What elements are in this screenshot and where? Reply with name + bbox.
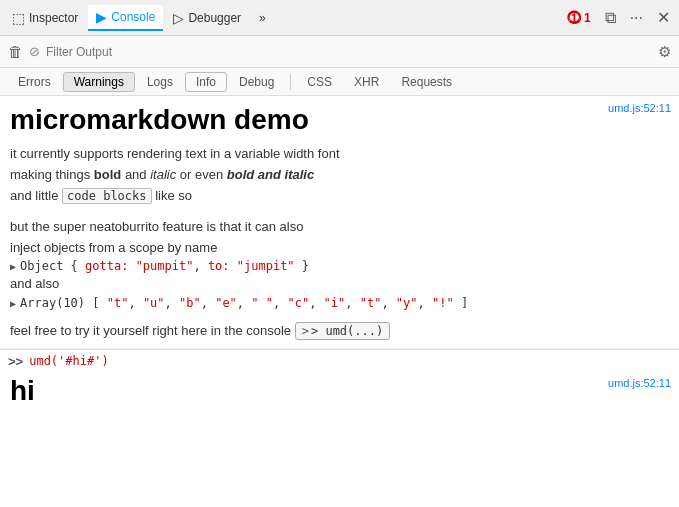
line2-mid2: or even xyxy=(176,167,227,182)
tab-requests[interactable]: Requests xyxy=(391,73,462,91)
line2-prefix: making things xyxy=(10,167,94,182)
inspector-label: Inspector xyxy=(29,11,78,25)
more-tools-button[interactable]: » xyxy=(251,7,274,29)
try-btn-label: > umd(...) xyxy=(311,324,383,338)
btn-arrow-icon: > xyxy=(302,324,309,338)
array-row[interactable]: ▶ Array(10) [ "t", "u", "b", "e", " ", "… xyxy=(10,295,669,311)
line2-italic: italic xyxy=(150,167,176,182)
tab-logs[interactable]: Logs xyxy=(137,73,183,91)
array-label: Array(10) [ "t", "u", "b", "e", " ", "c"… xyxy=(20,296,468,310)
copy-button[interactable]: ⧉ xyxy=(600,6,621,30)
array-arrow-icon: ▶ xyxy=(10,298,16,309)
log-tabs: Errors Warnings Logs Info Debug CSS XHR … xyxy=(0,68,679,96)
console-label: Console xyxy=(111,10,155,24)
debugger-icon: ▷ xyxy=(173,10,184,26)
close-button[interactable]: ✕ xyxy=(652,5,675,30)
line3-prefix: and little xyxy=(10,188,62,203)
line3-code: code blocks xyxy=(62,188,151,204)
settings-icon[interactable]: ⚙ xyxy=(658,43,671,61)
cmd-text: umd('#hi#') xyxy=(29,354,108,368)
cmd-prompt-icon: >> xyxy=(8,354,23,369)
demo-entry: umd.js:52:11 micromarkdown demo it curre… xyxy=(0,96,679,349)
try-text: feel free to try it yourself right here … xyxy=(10,323,291,338)
object-row[interactable]: ▶ Object { gotta: "pumpit", to: "jumpit"… xyxy=(10,258,669,274)
line4: but the super neatoburrito feature is th… xyxy=(10,217,669,238)
tab-warnings[interactable]: Warnings xyxy=(63,72,135,92)
output-row: hi xyxy=(0,373,679,413)
console-icon: ▶ xyxy=(96,9,107,25)
filter-input[interactable] xyxy=(46,45,652,59)
tab-info[interactable]: Info xyxy=(185,72,227,92)
try-button[interactable]: > > umd(...) xyxy=(295,322,390,340)
error-badge: ⓵ 1 xyxy=(562,8,596,28)
error-count: 1 xyxy=(584,11,591,25)
line2-bold: bold xyxy=(94,167,121,182)
line1: it currently supports rendering text in … xyxy=(10,144,669,165)
try-line: feel free to try it yourself right here … xyxy=(10,321,669,342)
copy-icon: ⧉ xyxy=(605,9,616,26)
debugger-tab[interactable]: ▷ Debugger xyxy=(165,6,249,30)
menu-icon: ··· xyxy=(630,9,643,26)
object-label: Object { gotta: "pumpit", to: "jumpit" } xyxy=(20,259,309,273)
cmd-entry: >> umd('#hi#') xyxy=(0,349,679,373)
console-content: umd.js:52:11 micromarkdown demo it curre… xyxy=(0,96,679,507)
toolbar: ⬚ Inspector ▶ Console ▷ Debugger » ⓵ 1 ⧉… xyxy=(0,0,679,36)
error-icon: ⓵ xyxy=(567,10,581,26)
tab-debug[interactable]: Debug xyxy=(229,73,284,91)
tab-xhr[interactable]: XHR xyxy=(344,73,389,91)
console-tab[interactable]: ▶ Console xyxy=(88,5,163,31)
timestamp2: umd.js:52:11 xyxy=(608,377,671,389)
line5: inject objects from a scope by name xyxy=(10,238,669,259)
inspector-tab[interactable]: ⬚ Inspector xyxy=(4,6,86,30)
line1-text: it currently supports rendering text in … xyxy=(10,146,340,161)
tab-css[interactable]: CSS xyxy=(297,73,342,91)
inspector-icon: ⬚ xyxy=(12,10,25,26)
menu-button[interactable]: ··· xyxy=(625,6,648,30)
filter-icon: ⊘ xyxy=(29,44,40,59)
tabs-divider xyxy=(290,74,291,90)
tab-errors[interactable]: Errors xyxy=(8,73,61,91)
timestamp1: umd.js:52:11 xyxy=(608,102,671,114)
line3: and little code blocks like so xyxy=(10,186,669,207)
close-icon: ✕ xyxy=(657,9,670,26)
debugger-label: Debugger xyxy=(188,11,241,25)
arrow-icon: ▶ xyxy=(10,261,16,272)
clear-console-icon[interactable]: 🗑 xyxy=(8,43,23,60)
demo-content-block: micromarkdown demo it currently supports… xyxy=(0,96,679,349)
output-entry: umd.js:52:11 hi xyxy=(0,373,679,413)
line2-mid: and xyxy=(121,167,150,182)
line2-bolditalic: bold and italic xyxy=(227,167,314,182)
filter-bar: 🗑 ⊘ ⚙ xyxy=(0,36,679,68)
more-label: » xyxy=(259,11,266,25)
and-also: and also xyxy=(10,274,669,295)
demo-title: micromarkdown demo xyxy=(10,102,669,138)
line3-suffix: like so xyxy=(152,188,192,203)
line2: making things bold and italic or even bo… xyxy=(10,165,669,186)
toolbar-right: ⓵ 1 ⧉ ··· ✕ xyxy=(562,5,675,30)
output-hi: hi xyxy=(10,375,35,407)
